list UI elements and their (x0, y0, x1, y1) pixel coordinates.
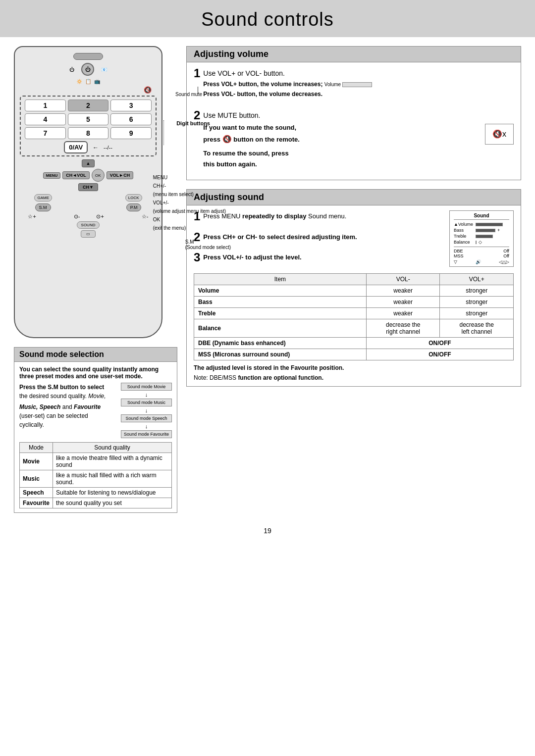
ok-center-button[interactable]: OK (92, 169, 105, 182)
brightness-up-right[interactable]: ⊙+ (96, 213, 104, 220)
quality-speech: Suitable for listening to news/dialogue (53, 488, 172, 498)
digit-7[interactable]: 7 (25, 127, 66, 139)
sound-mode-text: Press the S.M button to select the desir… (19, 383, 116, 429)
bass-bar (476, 229, 495, 232)
table-row: MSS (Micronas surround sound) ON/OFF (194, 349, 514, 360)
sound-mode-section: Sound mode selection You can select the … (14, 347, 177, 513)
digit-buttons-label: Digit buttons (176, 120, 210, 126)
digit-grid: 1 2 3 4 5 6 7 8 9 (25, 100, 152, 139)
digit-8[interactable]: 8 (68, 127, 109, 139)
vol-plus-treble: stronger (440, 307, 514, 319)
diag-speaker-icon: 🔊 (476, 259, 481, 264)
sound-step2: 2 Press CH+ or CH- to select desired adj… (194, 231, 444, 248)
table-row: Favourite the sound quality you set (20, 498, 172, 508)
quality-music: like a music hall filled with a rich war… (53, 470, 172, 488)
digit-3[interactable]: 3 (110, 100, 152, 111)
table-row: Treble weaker stronger (194, 307, 514, 319)
ok-desc: (exit the menu) (153, 224, 226, 232)
brightness-down[interactable]: ⊙- (74, 213, 80, 220)
top-icons-row: 🔅📋📺 (20, 79, 157, 84)
sound-step1-text3: Sound (308, 212, 327, 220)
menu-label: MENU (153, 173, 226, 182)
prev-ch-button[interactable]: ← (93, 144, 99, 151)
dash-button[interactable]: --/-- (104, 145, 112, 151)
step1-detail2: Press VOL- button, the volume decreases. (203, 91, 322, 98)
item-treble: Treble (194, 307, 367, 319)
page-number: 19 (0, 520, 535, 542)
page-title-bar: Sound controls (0, 0, 535, 37)
power-button[interactable]: ⏻ (81, 63, 94, 76)
quality-movie: like a movie theatre filled with a dynam… (53, 453, 172, 470)
diag-balance-diamond: ◇ (479, 240, 482, 245)
mute-resume2: this button again. (203, 159, 300, 169)
modes-bold-italic: Music, Speech (19, 403, 60, 410)
quality-favourite: the sound quality you set (53, 498, 172, 508)
dbe-row: DBE Off (454, 249, 509, 253)
diagram-arrow-1: ↓ (121, 392, 172, 398)
menu-button[interactable]: ▲ (82, 159, 95, 167)
digit-1[interactable]: 1 (25, 100, 66, 111)
ch-up-vol-left[interactable]: CH◄VOL (62, 171, 89, 179)
mute-resume1: To resume the sound, press (203, 149, 300, 158)
diag-treble-label: Treble (454, 234, 474, 239)
left-column: ⏻ ⏻ 📧 🔅📋📺 🔇 Sound mute (14, 46, 177, 520)
mode-music: Music (20, 470, 53, 488)
adj-table-header-row: Item VOL- VOL+ (194, 273, 514, 285)
diag-icon-row: ▽ 🔊 ◁△▷ (454, 259, 509, 264)
step1-text: Use VOL+ or VOL- button. (203, 68, 514, 79)
screen-button[interactable]: ▭ (81, 230, 96, 238)
diagram-arrow-3: ↓ (121, 423, 172, 429)
step2-text: Use MUTE button. (203, 110, 514, 121)
table-row: Balance decrease theright channel decrea… (194, 319, 514, 337)
digit-2[interactable]: 2 (68, 100, 109, 111)
vol-minus-treble: weaker (366, 307, 440, 319)
digit-6[interactable]: 6 (110, 113, 152, 125)
sound-step3-content: Press VOL+/- to adjust the level. (203, 252, 444, 263)
sm-button[interactable]: S.M (35, 203, 51, 211)
ch-dn-vol-right[interactable]: VOL►CH (107, 171, 133, 179)
digit-9[interactable]: 9 (110, 127, 152, 139)
dbe-onoff: ON/OFF (366, 337, 513, 349)
volume-bar-container: Volume (324, 81, 372, 88)
digit-4[interactable]: 4 (25, 113, 66, 125)
volume-step1: 1 Use VOL+ or VOL- button. Press VOL+ bu… (194, 67, 514, 104)
game-lock-row: GAME LOCK (20, 194, 157, 202)
sound-button[interactable]: SOUND (77, 221, 100, 229)
volume-bar (342, 82, 372, 87)
right-column: Adjusting volume 1 Use VOL+ or VOL- butt… (186, 46, 521, 520)
lock-button[interactable]: LOCK (125, 194, 142, 202)
sound-diagram-title: Sound (454, 213, 509, 220)
step1-content: Use VOL+ or VOL- button. Press VOL+ butt… (203, 67, 514, 100)
step3-text2: VOL+/- (222, 253, 243, 261)
adjusting-volume-header: Adjusting volume (187, 47, 521, 62)
step1-num: 1 (194, 67, 200, 79)
sound-step1-text2: repeatedly to display (242, 212, 306, 220)
digit-5[interactable]: 5 (68, 113, 109, 125)
adjusting-volume-section: Adjusting volume 1 Use VOL+ or VOL- butt… (186, 46, 521, 180)
main-content: ⏻ ⏻ 📧 🔅📋📺 🔇 Sound mute (0, 46, 535, 520)
ch-down-button[interactable]: CH▼ (78, 183, 98, 191)
mss-label: MSS (454, 253, 464, 258)
mute-detail3: button on the remote. (233, 136, 300, 143)
oav-button[interactable]: 0/AV (64, 141, 88, 153)
item-bass: Bass (194, 296, 367, 307)
press-sm-text1: Press the S.M button to select (19, 384, 104, 391)
sm-label: S.M (185, 239, 194, 245)
bright-minus[interactable]: ☆- (142, 213, 149, 220)
diag-volume-row: ▲Volume (454, 222, 509, 227)
step2-text3: or (237, 233, 244, 241)
bright-plus[interactable]: ☆+ (28, 213, 36, 220)
game-button[interactable]: GAME (34, 194, 52, 202)
mute-icon-display: 🔇x (485, 124, 514, 145)
pm-button[interactable]: P.M (126, 203, 142, 211)
oav-row: 0/AV ← --/-- (25, 141, 152, 153)
function-note2: function are optional function. (238, 374, 323, 381)
function-note1: Note: DBE/MSS (194, 374, 236, 381)
mute-button[interactable]: 🔇 (144, 86, 152, 94)
menu-left-button[interactable]: MENU (43, 172, 61, 179)
adjusting-table: Item VOL- VOL+ Volume weaker stronger Ba… (194, 273, 514, 360)
diag-dbe-mss: DBE Off MSS Off ▽ 🔊 ◁△▷ (454, 247, 509, 264)
volume-label: Volume (324, 81, 341, 88)
balance-bar (476, 241, 477, 244)
sound-step1: 1 Press MENU repeatedly to display Sound… (194, 210, 444, 227)
